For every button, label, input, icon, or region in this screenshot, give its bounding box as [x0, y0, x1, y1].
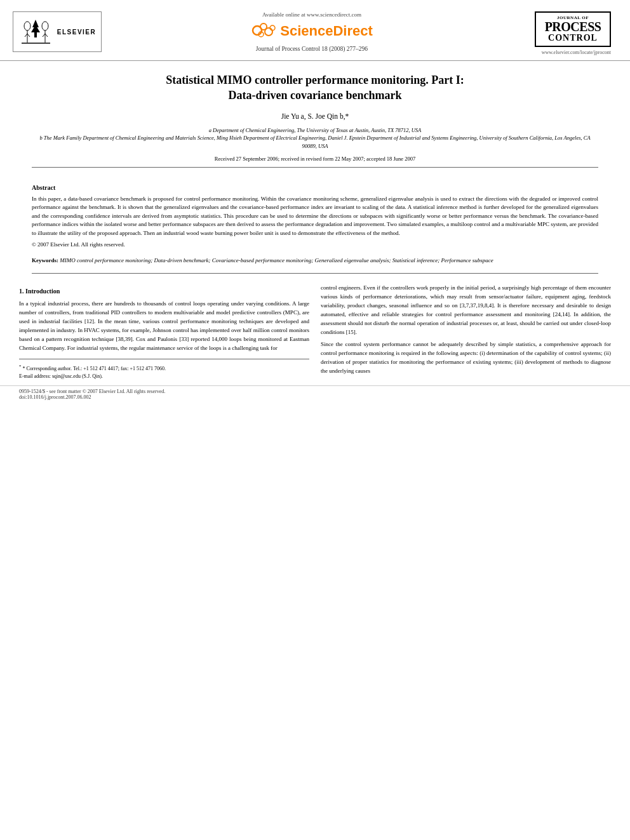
available-online-text: Available online at www.sciencedirect.co… — [262, 11, 361, 18]
issn-text: 0959-1524/$ - see front matter © 2007 El… — [19, 389, 611, 394]
affiliations: a Department of Chemical Engineering, Th… — [32, 126, 598, 150]
jpc-box: JOURNAL OF PROCESS CONTROL — [535, 11, 611, 47]
elsevier-wordmark: ELSEVIER — [57, 29, 96, 36]
title-divider — [32, 167, 598, 168]
header: ELSEVIER Available online at www.science… — [0, 0, 630, 61]
received-dates: Received 27 September 2006; received in … — [32, 156, 598, 162]
page: ELSEVIER Available online at www.science… — [0, 0, 630, 840]
abstract-section: Abstract In this paper, a data-based cov… — [0, 179, 630, 253]
keywords-label: Keywords: — [32, 257, 58, 263]
doi-section: 0959-1524/$ - see front matter © 2007 El… — [0, 385, 630, 404]
header-center: Available online at www.sciencedirect.co… — [95, 11, 528, 52]
keywords-divider — [32, 273, 598, 274]
authors: Jie Yu a, S. Joe Qin b,* — [32, 112, 598, 120]
affiliation-b: b The Mark Family Department of Chemical… — [32, 134, 598, 150]
section1-heading: 1. Introduction — [19, 286, 309, 296]
footnote-star: * * Corresponding author. Tel.: +1 512 4… — [19, 363, 309, 373]
footnote-email-text: E-mail address: sqin@usc.edu (S.J. Qin). — [19, 373, 103, 379]
journal-name-header: Journal of Process Control 18 (2008) 277… — [256, 46, 368, 52]
jpc-control: CONTROL — [540, 33, 606, 43]
section1-para1: In a typical industrial process, there a… — [19, 300, 309, 353]
copyright-line: © 2007 Elsevier Ltd. All rights reserved… — [32, 241, 598, 248]
elsevier-logo-box: ELSEVIER — [13, 11, 102, 52]
keywords-section: Keywords: MIMO control performance monit… — [0, 253, 630, 268]
footnote-star-text: * Corresponding author. Tel.: +1 512 471… — [23, 366, 166, 371]
authors-text: Jie Yu a, S. Joe Qin b,* — [281, 112, 349, 120]
elsevier-logo-section: ELSEVIER — [19, 11, 95, 52]
right-col-para1: control engineers. Even if the controlle… — [321, 284, 611, 337]
abstract-text: In this paper, a data-based covariance b… — [32, 195, 598, 238]
abstract-body: In this paper, a data-based covariance b… — [32, 196, 598, 236]
elsevier-url: www.elsevier.com/locate/jprocont — [542, 50, 611, 55]
title-section: Statistical MIMO controller performance … — [0, 61, 630, 179]
footnote-asterisk: * — [19, 364, 22, 369]
sciencedirect-text: ScienceDirect — [280, 23, 373, 39]
paper-title-sub: Data-driven covariance benchmark — [229, 89, 402, 102]
svg-rect-8 — [34, 32, 37, 37]
svg-point-15 — [265, 28, 272, 36]
sciencedirect-logo: ScienceDirect — [251, 20, 373, 42]
abstract-heading: Abstract — [32, 184, 598, 191]
right-col-para2: Since the control system performance can… — [321, 340, 611, 376]
keywords-body: MIMO control performance monitoring; Dat… — [60, 257, 493, 263]
left-column: 1. Introduction In a typical industrial … — [19, 284, 309, 380]
doi-text: doi:10.1016/j.jprocont.2007.06.002 — [19, 394, 611, 400]
paper-title-main: Statistical MIMO controller performance … — [166, 74, 464, 86]
two-column-body: 1. Introduction In a typical industrial … — [0, 279, 630, 385]
right-column: control engineers. Even if the controlle… — [321, 284, 611, 380]
footnote-divider — [19, 359, 309, 359]
sciencedirect-icon — [251, 20, 278, 42]
paper-title: Statistical MIMO controller performance … — [32, 72, 598, 103]
elsevier-tree-graphic — [18, 15, 53, 49]
jpc-process: PROCESS — [540, 20, 606, 33]
keywords-text: Keywords: MIMO control performance monit… — [32, 257, 598, 265]
header-right: JOURNAL OF PROCESS CONTROL www.elsevier.… — [528, 11, 611, 55]
affiliation-a: a Department of Chemical Engineering, Th… — [32, 126, 598, 135]
footnote-email: E-mail address: sqin@usc.edu (S.J. Qin). — [19, 373, 309, 380]
